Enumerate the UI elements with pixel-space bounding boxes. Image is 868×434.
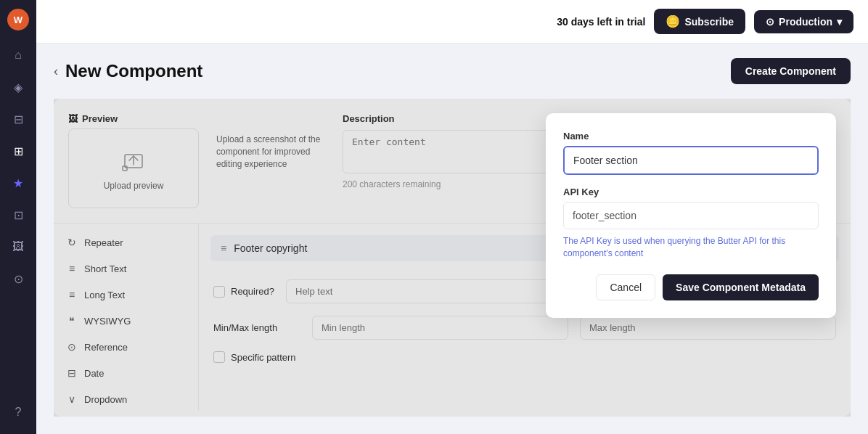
modal-hint: The API Key is used when querying the Bu… xyxy=(563,235,819,260)
field-type-date[interactable]: ⊟ Date xyxy=(54,360,198,386)
sidebar-item-components[interactable]: ⊞ xyxy=(5,138,31,164)
dropdown-label: Dropdown xyxy=(84,394,127,405)
sidebar-item-help[interactable]: ? xyxy=(5,399,31,425)
specific-pattern-row: Specific pattern xyxy=(210,345,839,369)
short-text-label: Short Text xyxy=(84,263,126,274)
max-length-input[interactable] xyxy=(580,316,836,340)
modal-box: Name API Key The API Key is used when qu… xyxy=(546,113,836,318)
page-header: ‹ New Component Create Component xyxy=(54,58,851,84)
subscribe-button[interactable]: 🪙 Subscribe xyxy=(654,9,745,34)
preview-container: 🖼 Preview Upload preview xyxy=(68,113,199,208)
page-area: ‹ New Component Create Component 🖼 Previ… xyxy=(36,44,868,434)
title-row: ‹ New Component xyxy=(54,61,202,81)
reference-icon: ⊙ xyxy=(65,341,78,353)
date-label: Date xyxy=(84,368,104,379)
repeater-icon: ↻ xyxy=(65,237,78,248)
page-title: New Component xyxy=(65,61,202,81)
field-types-panel: ↻ Repeater ≡ Short Text ≡ Long Text ❝ xyxy=(54,224,199,411)
user-avatar[interactable]: W xyxy=(7,9,29,30)
wysiwyg-label: WYSIWYG xyxy=(84,316,131,327)
min-length-input[interactable] xyxy=(312,316,568,340)
topbar: 30 days left in trial 🪙 Subscribe ⊙ Prod… xyxy=(36,0,868,44)
repeater-label: Repeater xyxy=(84,237,123,248)
box-upload-icon xyxy=(119,146,148,175)
field-type-wysiwyg[interactable]: ❝ WYSIWYG xyxy=(54,308,198,334)
modal-name-label: Name xyxy=(563,131,819,142)
subscribe-label: Subscribe xyxy=(684,16,734,28)
production-button[interactable]: ⊙ Production ▾ xyxy=(754,10,853,33)
trial-text: 30 days left in trial xyxy=(557,16,645,28)
create-component-button[interactable]: Create Component xyxy=(731,58,851,84)
sidebar-item-users[interactable]: ⊙ xyxy=(5,266,31,292)
cancel-button[interactable]: Cancel xyxy=(596,274,655,300)
short-text-icon: ≡ xyxy=(65,263,78,274)
production-icon: ⊙ xyxy=(766,16,774,28)
sidebar-item-home[interactable]: ⌂ xyxy=(5,42,31,68)
sidebar-item-pages[interactable]: ⊟ xyxy=(5,106,31,132)
back-button[interactable]: ‹ xyxy=(54,64,58,79)
field-type-long-text[interactable]: ≡ Long Text xyxy=(54,282,198,308)
required-label: Required? xyxy=(231,286,274,297)
preview-icon: 🖼 xyxy=(68,113,78,124)
date-icon: ⊟ xyxy=(65,367,78,379)
preview-upload-box[interactable]: Upload preview xyxy=(68,128,199,208)
modal-api-key-label: API Key xyxy=(563,187,819,197)
field-type-repeater[interactable]: ↻ Repeater xyxy=(54,229,198,255)
required-checkbox[interactable] xyxy=(213,286,225,298)
field-row-name: Footer copyright xyxy=(234,242,307,254)
dropdown-icon: ∨ xyxy=(65,393,78,405)
reference-label: Reference xyxy=(84,342,128,353)
specific-pattern-label: Specific pattern xyxy=(231,352,296,363)
upload-preview-label: Upload preview xyxy=(104,181,164,191)
modal-actions: Cancel Save Component Metadata xyxy=(563,274,819,300)
specific-pattern-checkbox[interactable] xyxy=(213,351,225,363)
sidebar: W ⌂ ◈ ⊟ ⊞ ★ ⊡ 🖼 ⊙ ? xyxy=(0,0,36,434)
field-type-short-text[interactable]: ≡ Short Text xyxy=(54,255,198,282)
sidebar-item-media[interactable]: ★ xyxy=(5,170,31,196)
field-type-dropdown[interactable]: ∨ Dropdown xyxy=(54,386,198,411)
upload-hint: Upload a screenshot of the component for… xyxy=(216,113,325,208)
wysiwyg-icon: ❝ xyxy=(65,315,78,327)
field-type-reference[interactable]: ⊙ Reference xyxy=(54,334,198,360)
min-max-label: Min/Max length xyxy=(213,322,300,333)
long-text-label: Long Text xyxy=(84,290,125,300)
sidebar-item-content[interactable]: ◈ xyxy=(5,74,31,100)
save-metadata-button[interactable]: Save Component Metadata xyxy=(663,274,819,300)
content-area: 🖼 Preview Upload preview xyxy=(54,99,851,417)
modal-api-key-input[interactable] xyxy=(563,202,819,229)
chevron-down-icon: ▾ xyxy=(837,16,842,28)
production-label: Production xyxy=(779,16,832,28)
sidebar-item-image[interactable]: 🖼 xyxy=(5,234,31,260)
coin-icon: 🪙 xyxy=(666,15,680,28)
modal-name-input[interactable] xyxy=(563,146,819,175)
field-row-drag-icon: ≡ xyxy=(221,242,226,254)
sidebar-item-table[interactable]: ⊡ xyxy=(5,202,31,228)
main-area: 30 days left in trial 🪙 Subscribe ⊙ Prod… xyxy=(36,0,868,434)
long-text-icon: ≡ xyxy=(65,289,78,300)
preview-label: Preview xyxy=(82,113,118,124)
